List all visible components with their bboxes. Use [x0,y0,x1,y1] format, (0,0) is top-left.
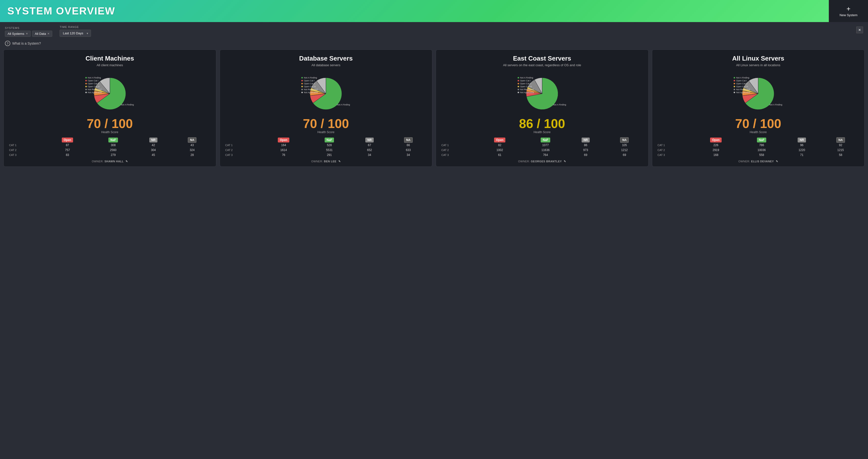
time-range-filter-group: TIME RANGE Last 30 Days Last 60 Days Las… [60,26,91,37]
na-value: 105 [604,143,644,148]
table-row: CAT 2 1614 5531 652 633 [224,148,428,153]
legend-item: Open Cat I [734,80,750,82]
naf-value: 5531 [308,148,351,153]
legend-label: Open Cat II [736,82,747,85]
legend-label: Not A Finding [520,76,533,79]
health-score-number: 70 / 100 [735,117,781,130]
legend-dot [85,92,87,93]
na-value: 92 [821,143,860,148]
legend-dot [301,92,303,93]
nr-value: 34 [351,153,389,157]
stats-table: Open NaF NR NA CAT 1 87 308 42 43 CAT 2 … [8,137,212,157]
systems-filter-label: SYSTEMS [5,27,52,29]
systems-filter-tags: All Systems ✕ All Data ✕ [5,31,52,37]
nr-value: 96 [783,143,821,148]
system-card-0: Client Machines All client machines Not … [3,50,216,167]
legend-dot [85,86,87,87]
legend-dot [518,80,519,82]
naf-label: Not A Finding [121,103,134,106]
health-score-container: 70 / 100 Health Score [735,117,781,134]
legend-item: Not Applicable [734,91,750,94]
all-systems-tag-close[interactable]: ✕ [26,32,28,35]
table-row: CAT 3 76 291 34 34 [224,153,428,157]
edit-icon[interactable]: ✎ [564,160,566,163]
na-value: 43 [173,143,212,148]
naf-value: 786 [741,143,783,148]
legend-item: Open Cat II [85,82,102,85]
naf-value: 2560 [92,148,134,153]
new-system-label: New System [840,13,858,17]
legend-item: Open Cat II [301,82,318,85]
all-data-tag-close[interactable]: ✕ [47,32,50,35]
health-score-number: 86 / 100 [519,117,565,130]
legend-label: Not Applicable [88,91,102,94]
legend-label: Open Cat I [736,80,747,82]
stats-table: Open NaF NR NA CAT 1 164 528 67 66 CAT 2… [224,137,428,157]
pie-legend: Not A Finding Open Cat I Open Cat II Ope… [85,76,102,94]
pie-container: Not A Finding Open Cat I Open Cat II Ope… [518,74,567,113]
legend-label: Open Cat II [520,82,531,85]
open-value: 1614 [259,148,308,153]
legend-item: Open Cat III [301,85,318,88]
help-row: ? What is a System? [0,39,868,50]
legend-label: Open Cat I [304,80,315,82]
help-text: What is a System? [12,41,41,45]
owner-name: ELLIS DEVANEY [751,160,774,163]
health-score-number: 70 / 100 [303,117,349,130]
legend-item: Not Applicable [301,91,318,94]
cat-label: CAT 3 [656,153,691,157]
card-subtitle: All servers on the east coast, regardles… [503,63,581,71]
all-data-tag[interactable]: All Data ✕ [32,31,53,37]
pie-container: Not A Finding Open Cat I Open Cat II Ope… [301,74,350,113]
th-na: NA [604,137,644,143]
cat-label: CAT 3 [8,153,43,157]
open-value: 226 [691,143,740,148]
legend-label: Not A Finding [88,76,101,79]
legend-dot [85,80,87,82]
legend-label: Not Applicable [736,91,750,94]
legend-item: Not Reviewed [85,88,102,91]
stats-table: Open NaF NR NA CAT 1 226 786 96 92 CAT 2… [656,137,861,157]
cat-label: CAT 1 [440,143,475,148]
naf-value: 10036 [741,148,783,153]
na-value: 58 [821,153,860,157]
th-naf: NaF [92,137,134,143]
legend-label: Not Applicable [520,91,534,94]
table-row: CAT 2 2919 10036 1220 1215 [656,148,861,153]
naf-value: 11636 [524,148,567,153]
table-row: CAT 1 87 308 42 43 [8,143,212,148]
edit-icon[interactable]: ✎ [338,160,341,163]
time-range-select-wrapper: Last 30 Days Last 60 Days Last 90 Days L… [60,30,91,37]
cat-label: CAT 3 [440,153,475,157]
legend-dot [85,77,87,79]
help-icon[interactable]: ? [5,41,10,46]
owner-row: OWNER: BEN LEE ✎ [311,160,341,163]
legend-label: Open Cat III [304,85,316,88]
health-score-number: 70 / 100 [87,117,133,130]
open-value: 82 [475,143,524,148]
edit-icon[interactable]: ✎ [776,160,778,163]
legend-dot [734,83,735,84]
th-na: NA [389,137,428,143]
stats-table: Open NaF NR NA CAT 1 82 1077 86 105 CAT … [440,137,644,157]
legend-item: Not Reviewed [734,88,750,91]
time-range-select[interactable]: Last 30 Days Last 60 Days Last 90 Days L… [60,30,91,37]
legend-dot [518,89,519,90]
owner-row: OWNER: GEORGES BRANTLEY ✎ [518,160,566,163]
table-row: CAT 1 226 786 96 92 [656,143,861,148]
close-filters-button[interactable]: ✕ [856,27,863,33]
legend-item: Open Cat I [518,80,534,82]
edit-icon[interactable]: ✎ [126,160,128,163]
header-title-area: SYSTEM OVERVIEW [0,0,829,22]
pie-legend: Not A Finding Open Cat I Open Cat II Ope… [518,76,534,94]
th-naf: NaF [308,137,351,143]
owner-name: SHAWN HALL [104,160,124,163]
system-card-1: Database Servers All database servers No… [220,50,433,167]
new-system-button[interactable]: + New System [829,0,868,22]
naf-value: 291 [308,153,351,157]
nr-value: 86 [567,143,604,148]
nr-value: 304 [134,148,173,153]
owner-name: GEORGES BRANTLEY [531,160,562,163]
all-data-tag-label: All Data [35,32,46,35]
all-systems-tag[interactable]: All Systems ✕ [5,31,31,37]
